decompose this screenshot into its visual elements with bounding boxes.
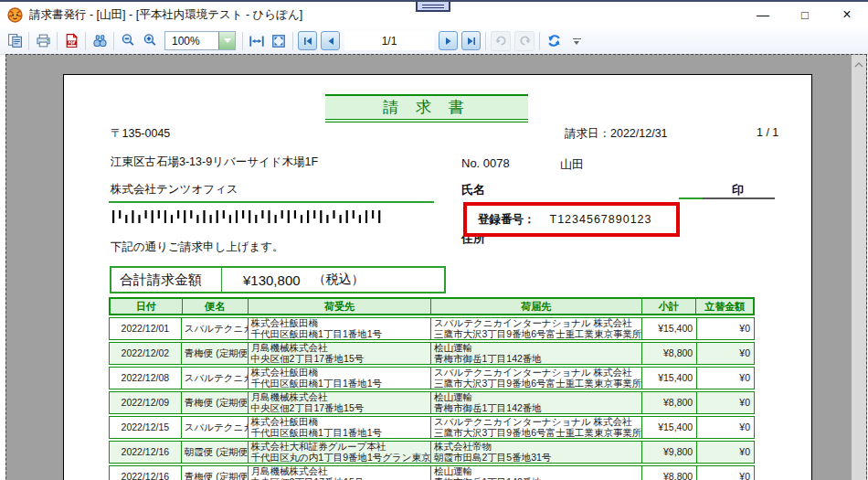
prev-page-icon xyxy=(325,36,336,47)
doc-page-number: 1 / 1 xyxy=(757,126,778,139)
window-drag-handle[interactable] xyxy=(416,0,450,12)
table-row: 2022/12/08 スバルテクニカ 株式会社飯田橋千代田区飯田橋1丁目1番地1… xyxy=(109,367,755,389)
zoom-out-button[interactable] xyxy=(117,30,139,52)
close-button[interactable]: × xyxy=(826,2,868,27)
total-label: 合計請求金額 xyxy=(111,268,222,292)
table-row: 2022/12/16 青梅便 (定期便 月島機械株式会社中央区佃2丁目17番地1… xyxy=(109,465,755,480)
print-preview-panel: 請 求 書 請求日：2022/12/31 1 / 1 〒135-0045 江東区… xyxy=(5,54,867,480)
header-consignee: 荷受先 xyxy=(248,299,430,314)
header-destination: 荷届先 xyxy=(430,299,641,314)
name-underline-green xyxy=(679,197,703,199)
last-page-icon xyxy=(466,36,477,47)
scroll-up-icon[interactable] xyxy=(852,57,866,72)
binoculars-icon xyxy=(92,33,108,48)
seal-label: 印 xyxy=(732,182,744,198)
maximize-button[interactable]: □ xyxy=(784,2,826,27)
table-row: 2022/12/09 青梅便 (定期便 月島機械株式会社中央区佃2丁目17番地1… xyxy=(109,391,755,414)
search-button[interactable] xyxy=(89,30,111,52)
refresh-button[interactable] xyxy=(543,30,565,52)
undo-icon xyxy=(494,34,508,48)
redo-icon xyxy=(518,34,532,48)
zoom-in-icon xyxy=(143,33,158,48)
fit-width-icon xyxy=(249,33,265,49)
total-amount: ¥130,800 xyxy=(243,268,301,292)
printer-icon xyxy=(36,33,51,48)
export-pdf-button[interactable] xyxy=(60,30,82,52)
app-tiger-icon xyxy=(7,7,23,23)
fit-page-icon xyxy=(270,33,287,49)
table-header-row: 日付 便名 荷受先 荷届先 小計 立替金額 xyxy=(109,297,755,315)
registration-number-highlight: 登録番号： T1234567890123 xyxy=(463,202,680,237)
toolbar-overflow-button[interactable] xyxy=(570,38,583,53)
table-row: 2022/12/01 スバルテクニカ 株式会社飯田橋千代田区飯田橋1丁目1番地1… xyxy=(109,317,755,340)
table-row: 2022/12/16 朝霞便 (定期便 株式会社大和証券グループ本社千代田区丸の… xyxy=(109,441,755,464)
header-advance: 立替金額 xyxy=(695,299,753,314)
total-amount-box: 合計請求金額 ¥130,800 （税込） xyxy=(110,266,446,293)
sender-postal-code: 〒135-0045 xyxy=(111,126,170,142)
invoice-table: 日付 便名 荷受先 荷届先 小計 立替金額 2022/12/01 スバルテクニカ… xyxy=(109,297,755,480)
name-underline-dark xyxy=(703,197,775,199)
sender-address: 江東区古石場3-13-9リバーサイド木場1F xyxy=(111,155,318,170)
tax-note: （税込） xyxy=(313,268,365,292)
first-page-button[interactable] xyxy=(298,31,317,50)
zoom-out-icon xyxy=(121,33,136,48)
zoom-in-button[interactable] xyxy=(139,30,161,52)
invoice-title-banner: 請 求 書 xyxy=(325,94,528,123)
zoom-level-select[interactable]: 100% xyxy=(164,31,236,50)
print-button[interactable] xyxy=(32,30,54,52)
registration-number: T1234567890123 xyxy=(550,213,652,226)
prev-page-button[interactable] xyxy=(321,31,340,50)
customer-number: No. 0078 xyxy=(461,156,510,170)
greeting-text: 下記の通りご請求申し上げます。 xyxy=(111,240,284,255)
registration-label: 登録番号： xyxy=(478,212,535,228)
window-title: 請求書発行 - [山田] - [平本社内環境テスト - ひらぽん] xyxy=(29,7,302,23)
pdf-icon xyxy=(64,33,79,48)
customer-name: 山田 xyxy=(560,156,584,173)
next-page-icon xyxy=(443,36,454,47)
toolbar: 100% 1/1 xyxy=(0,27,868,55)
table-row: 2022/12/02 青梅便 (定期便 月島機械株式会社中央区佃2丁目17番地1… xyxy=(109,342,755,365)
table-row: 2022/12/15 スバルテクニカ 株式会社飯田橋千代田区飯田橋1丁目1番地1… xyxy=(109,416,755,439)
title-bar: 請求書発行 - [山田] - [平本社内環境テスト - ひらぽん] — □ × xyxy=(0,2,868,27)
undo-button[interactable] xyxy=(491,31,511,51)
redo-button[interactable] xyxy=(514,31,535,51)
fit-width-button[interactable] xyxy=(246,30,268,52)
first-page-icon xyxy=(302,36,313,47)
name-label: 氏名 xyxy=(461,182,485,198)
issue-date: 請求日：2022/12/31 xyxy=(565,126,668,142)
refresh-icon xyxy=(546,33,562,48)
fit-page-button[interactable] xyxy=(268,30,290,52)
vertical-scrollbar[interactable] xyxy=(852,55,866,480)
page-indicator[interactable]: 1/1 xyxy=(344,31,434,50)
copy-icon xyxy=(7,33,23,48)
last-page-button[interactable] xyxy=(461,31,481,50)
header-subtotal: 小計 xyxy=(641,299,696,314)
zoom-level-value: 100% xyxy=(165,32,218,49)
sender-company: 株式会社テンツオフィス xyxy=(111,182,238,197)
postal-barcode xyxy=(111,209,385,224)
invoice-page: 請 求 書 請求日：2022/12/31 1 / 1 〒135-0045 江東区… xyxy=(63,74,812,480)
next-page-button[interactable] xyxy=(439,31,458,50)
header-service: 便名 xyxy=(182,299,249,314)
header-date: 日付 xyxy=(111,299,182,314)
sender-underline xyxy=(109,201,434,203)
chevron-down-icon[interactable] xyxy=(218,32,235,49)
minimize-button[interactable]: — xyxy=(742,2,784,27)
copy-report-button[interactable] xyxy=(4,30,26,52)
